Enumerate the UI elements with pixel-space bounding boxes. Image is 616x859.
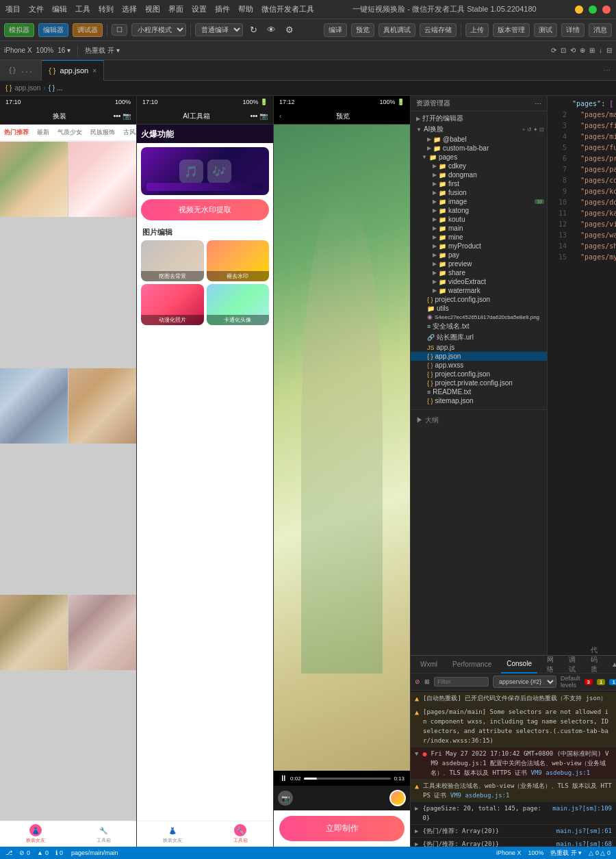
photo-6[interactable] [68, 595, 136, 670]
phone1-nav-tools[interactable]: 🔧 工具箱 [97, 824, 111, 844]
folder-myproduct[interactable]: ▶ 📁 myProduct [411, 242, 547, 251]
tab-debug[interactable]: 调试 [563, 656, 581, 674]
git-icon[interactable]: ⎇ [5, 849, 12, 856]
folder-cdkey[interactable]: ▶ 📁 cdkey [411, 162, 547, 170]
toolbar-icon-5[interactable]: ⊞ [589, 47, 595, 54]
folder-share[interactable]: ▶ 📁 share [411, 268, 547, 277]
tool-card-1[interactable]: 褪去水印 [207, 240, 270, 281]
menu-edit[interactable]: 编辑 [52, 4, 67, 14]
phone1-tab-1[interactable]: 最新 [33, 125, 53, 140]
file-appwxss[interactable]: { } app.wxss [411, 361, 547, 370]
explorer-more-icon[interactable]: ⋯ [535, 100, 541, 107]
menu-plugins[interactable]: 插件 [215, 4, 230, 14]
tab-console[interactable]: Console [501, 656, 537, 674]
folder-watermark[interactable]: ▶ 📁 watermark [411, 286, 547, 295]
status-zoom[interactable]: 100% [528, 849, 543, 858]
minimize-button[interactable] [575, 5, 583, 14]
expand-arrow-5[interactable]: ▶ [415, 804, 418, 813]
maximize-button[interactable] [589, 5, 597, 14]
play-pause-icon[interactable]: ⏸ [279, 773, 287, 783]
real-debug-button[interactable]: 真机调试 [378, 23, 415, 37]
phone1-nav-change[interactable]: 👗 换装女友 [26, 824, 45, 844]
folder-katong[interactable]: ▶ 📁 katong [411, 206, 547, 215]
folder-preview[interactable]: ▶ 📁 preview [411, 259, 547, 268]
menu-help[interactable]: 帮助 [238, 4, 253, 14]
menu-select[interactable]: 选择 [122, 4, 137, 14]
zoom-select[interactable]: 16 ▾ [57, 47, 70, 54]
save-cloud-button[interactable]: 云端存储 [420, 23, 457, 37]
phone1-tab-2[interactable]: 气质少女 [53, 125, 86, 140]
file-new-button[interactable]: ☐ [112, 24, 127, 36]
toolbar-icon-6[interactable]: ↓ [599, 47, 602, 54]
preview-button[interactable]: 预览 [351, 23, 374, 37]
info-link-7[interactable]: main.js?[sm]:68 [556, 839, 612, 847]
process-select[interactable]: appservice (#2) [493, 676, 556, 688]
tool-card-3[interactable]: 卡通化头像 [207, 284, 270, 325]
photo-4[interactable] [68, 368, 136, 444]
tab-codequality[interactable]: 代码质量 [585, 656, 603, 674]
error-count[interactable]: ⊘ 0 [19, 849, 30, 856]
user-avatar[interactable] [389, 790, 406, 806]
explorer-actions[interactable]: + ↺ ✦ ⊡ [522, 127, 544, 133]
file-appjs[interactable]: JS app.js [411, 343, 547, 352]
expand-arrow-6[interactable]: ▶ [415, 826, 418, 836]
file-project-config[interactable]: { } project.config.json [411, 295, 547, 304]
compile-select[interactable]: 普通编译 [195, 23, 243, 36]
folder-image[interactable]: ▶ 📁 image 18 [411, 197, 547, 206]
folder-pay[interactable]: ▶ 📁 pay [411, 251, 547, 259]
folder-fusion[interactable]: ▶ 📁 fusion [411, 188, 547, 197]
folder-pages[interactable]: ▼ 📁 pages [411, 153, 547, 162]
warning-count[interactable]: ▲ 0 [37, 849, 49, 856]
toolbar-icon-2[interactable]: ⊡ [561, 47, 566, 54]
photo-5[interactable] [0, 595, 68, 670]
file-project2[interactable]: { } project.config.json [411, 370, 547, 379]
debugger-button[interactable]: 调试器 [73, 23, 103, 37]
toolbar-icon-4[interactable]: ⊕ [580, 47, 585, 54]
tab-network[interactable]: 网络 [541, 656, 559, 674]
console-collapse-icon[interactable]: ▲ [611, 661, 616, 668]
message-button[interactable]: 消息 [589, 23, 612, 37]
menu-settings[interactable]: 设置 [192, 4, 207, 14]
translate-button[interactable]: 编译 [324, 23, 347, 37]
detail-button[interactable]: 详情 [561, 23, 585, 37]
phone2-nav-tools[interactable]: 🔧 工具箱 [233, 824, 248, 844]
version-button[interactable]: 版本管理 [493, 23, 530, 37]
toolbar-icon-1[interactable]: ⟳ [551, 47, 556, 54]
hero-banner[interactable]: 🎵 🎶 [141, 147, 269, 195]
filter-input[interactable] [434, 677, 489, 687]
status-hot-reload[interactable]: 热重载 开 ▾ [550, 849, 582, 858]
folder-mine[interactable]: ▶ 📁 mine [411, 233, 547, 242]
folder-babel[interactable]: ▶ 📁 @babel [411, 135, 547, 144]
file-sitemap[interactable]: { } sitemap.json [411, 396, 547, 405]
tab-more-icon[interactable]: ⋯ [604, 66, 611, 74]
file-readme[interactable]: ≡ README.txt [411, 387, 547, 396]
simulator-button[interactable]: 模拟器 [4, 23, 34, 37]
tab-performance[interactable]: Performance [447, 656, 497, 674]
menu-wechat-devtools[interactable]: 微信开发者工具 [261, 4, 314, 14]
camera-icon[interactable]: 📷 [278, 791, 293, 806]
phone1-tab-4[interactable]: 古风文 [119, 125, 136, 140]
tool-card-0[interactable]: 抠图去背景 [141, 240, 204, 281]
eye-button[interactable]: 👁 [264, 23, 279, 36]
status-phone[interactable]: iPhone X [496, 849, 522, 858]
warn-link-4[interactable]: VM9 asdebug.js:1 [450, 792, 510, 799]
tool-card-2[interactable]: 动漫化照片 [141, 284, 204, 325]
photo-2[interactable] [68, 142, 136, 217]
info-link-5[interactable]: main.js?[sm]:109 [552, 804, 612, 813]
file-tab-app-json[interactable]: { } app.json × [42, 60, 104, 81]
close-tab-icon[interactable]: × [92, 67, 97, 75]
mode-select[interactable]: 小程序模式 [131, 23, 186, 36]
settings2-button[interactable]: ⚙ [283, 23, 296, 36]
file-img[interactable]: ◉ S4eec27ec452651817da620cba5e8e8.png [411, 313, 547, 321]
folder-koutu[interactable]: ▶ 📁 koutu [411, 215, 547, 224]
toolbar-icon-3[interactable]: ⟲ [570, 47, 576, 54]
folder-dongman[interactable]: ▶ 📁 dongman [411, 170, 547, 179]
photo-1[interactable] [0, 142, 68, 217]
menu-view[interactable]: 视图 [145, 4, 160, 14]
error-link-3[interactable]: VM9 asdebug.js:1 [530, 769, 590, 776]
phone2-nav-change[interactable]: 👗 换装女友 [163, 824, 182, 844]
expand-arrow-3[interactable]: ▼ [415, 749, 418, 758]
file-utils[interactable]: 📁 utils [411, 304, 547, 313]
folder-main[interactable]: ▶ 📁 main [411, 224, 547, 233]
phone1-tab-3[interactable]: 民族服饰 [86, 125, 119, 140]
